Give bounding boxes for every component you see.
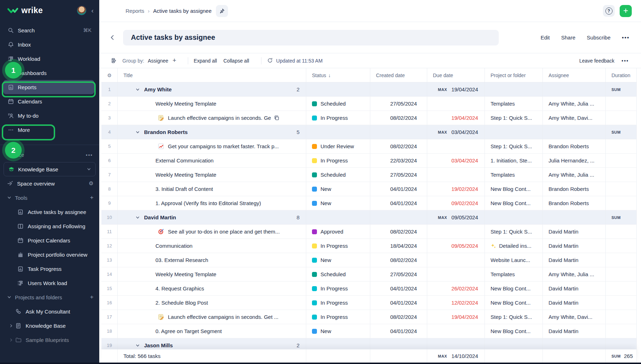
status-cell[interactable]: Scheduled	[306, 168, 370, 182]
assignee-cell[interactable]: Brandon Roberts	[543, 196, 606, 210]
assignee-cell[interactable]: David Martin	[543, 324, 606, 338]
sidebar-item-inbox[interactable]: Inbox	[0, 37, 99, 52]
sidebar-collapse-icon[interactable]: ‹	[90, 6, 95, 15]
status-cell[interactable]: In Progress	[306, 310, 370, 324]
task-title[interactable]: Get your campaigns to market faster. Tra…	[118, 143, 279, 150]
table-row-task[interactable]: 3Launch effective campaigns in seconds. …	[101, 111, 637, 125]
project-cell[interactable]: Templates	[485, 267, 543, 281]
project-cell[interactable]: New Blog Cont...	[485, 324, 543, 338]
project-cell[interactable]: Detailed ins...	[485, 239, 543, 253]
help-button[interactable]: ?	[603, 5, 615, 17]
task-title[interactable]: Weekly Meeting Template	[118, 172, 216, 178]
projects-section-header[interactable]: Projects and folders +	[0, 290, 99, 304]
task-title[interactable]: 2. Schedule Blog Post	[118, 300, 208, 306]
status-cell[interactable]: In Progress	[306, 154, 370, 167]
table-row-task[interactable]: 180. Agree on Target SegmentNew04/01/202…	[101, 324, 637, 338]
chevron-down-icon[interactable]	[136, 87, 140, 92]
status-cell[interactable]: Approved	[306, 225, 370, 239]
sidebar-project-knowledge-base[interactable]: Knowledge Base	[0, 318, 99, 333]
status-cell[interactable]: In Progress	[306, 111, 370, 125]
subscribe-button[interactable]: Subscribe	[587, 34, 611, 41]
assignee-cell[interactable]: David Martin	[543, 225, 606, 239]
collapse-all-button[interactable]: Collapse all	[223, 58, 249, 64]
assignee-cell[interactable]: David Martin	[543, 282, 606, 295]
project-cell[interactable]: Step 1: Quick S...	[485, 225, 543, 239]
status-cell[interactable]: Scheduled	[306, 97, 370, 111]
task-title[interactable]: 1. Approval (Verify fits into Editorial …	[118, 200, 261, 206]
status-cell[interactable]: Under Review	[306, 139, 370, 153]
assignee-cell[interactable]: David Martin	[543, 253, 606, 267]
table-row-task[interactable]: 91. Approval (Verify fits into Editorial…	[101, 196, 637, 210]
assignee-cell[interactable]: David Martin	[543, 239, 606, 253]
add-project-icon[interactable]: +	[90, 294, 94, 301]
tools-section-header[interactable]: Tools +	[0, 191, 99, 205]
project-cell[interactable]: New Blog Cont...	[485, 296, 543, 310]
edit-button[interactable]: Edit	[541, 34, 550, 41]
column-header-status[interactable]: Status↓	[306, 68, 370, 82]
breadcrumb-reports[interactable]: Reports	[126, 8, 144, 14]
table-row-task[interactable]: 154. Request GraphicsIn Progress04/01/20…	[101, 282, 637, 296]
status-cell[interactable]: Scheduled	[306, 267, 370, 281]
project-cell[interactable]: Website Launc...	[485, 253, 543, 267]
assignee-cell[interactable]: Amy White, Julia ...	[543, 97, 606, 111]
wrike-logo[interactable]: wrike	[7, 6, 77, 15]
sidebar-item-reports[interactable]: Reports	[3, 80, 94, 94]
task-title[interactable]: 03. External Research	[118, 257, 208, 263]
toolbar-more-icon[interactable]: •••	[621, 58, 629, 64]
table-row-task[interactable]: 17Launch effective campaigns in seconds.…	[101, 310, 637, 324]
add-tool-icon[interactable]: +	[90, 194, 94, 201]
table-row-task[interactable]: 14Weekly Meeting TemplateScheduled27/05/…	[101, 267, 637, 282]
sidebar-item-calendars[interactable]: Calendars	[0, 94, 99, 108]
table-row-task[interactable]: 2Weekly Meeting TemplateScheduled27/05/2…	[101, 97, 637, 111]
column-settings-cell[interactable]: ⚙	[101, 68, 118, 82]
task-title[interactable]: Weekly Meeting Template	[118, 101, 216, 107]
column-header-due[interactable]: Due date	[427, 68, 485, 82]
copy-icon[interactable]	[274, 115, 280, 121]
project-cell[interactable]: Templates	[485, 168, 543, 182]
assignee-cell[interactable]: Brandon Roberts	[543, 139, 606, 153]
table-row-task[interactable]: 12CommunicationIn Progress18/04/202409/0…	[101, 239, 637, 253]
assignee-cell[interactable]: Amy White, Davi...	[543, 111, 606, 125]
gear-icon[interactable]: ⚙	[89, 180, 94, 187]
task-title[interactable]: 4. Request Graphics	[118, 285, 204, 291]
table-row-task[interactable]: 11See all your to-dos in one place and g…	[101, 225, 637, 239]
space-menu-icon[interactable]: •••	[86, 152, 93, 158]
assignee-cell[interactable]: Amy White, Julia ...	[543, 267, 606, 281]
column-header-project[interactable]: Project or folder	[485, 68, 543, 82]
more-actions-icon[interactable]: •••	[622, 34, 630, 41]
project-cell[interactable]: Templates	[485, 97, 543, 111]
sidebar-tool-users-workload[interactable]: Users Work load	[0, 276, 99, 290]
add-grouping-icon[interactable]: +	[173, 57, 176, 64]
status-cell[interactable]: New	[306, 324, 370, 338]
column-header-duration[interactable]: Duration	[606, 68, 637, 82]
table-row-task[interactable]: 6External CommunicationIn Progress22/03/…	[101, 154, 637, 168]
column-header-assignee[interactable]: Assignee	[543, 68, 606, 82]
table-row-task[interactable]: 5Get your campaigns to market faster. Tr…	[101, 139, 637, 154]
space-selector[interactable]: Knowledge Base	[4, 162, 96, 176]
table-row-group[interactable]: 1Amy White2MAX19/04/2024SUM	[101, 82, 637, 97]
group-by-value[interactable]: Assignee	[148, 58, 168, 64]
task-title[interactable]: Launch effective campaigns in seconds. G…	[118, 314, 279, 321]
assignee-cell[interactable]: David Martin	[543, 296, 606, 310]
project-cell[interactable]: Step 1: Quick S...	[485, 111, 543, 125]
sidebar-item-more[interactable]: More	[0, 123, 99, 137]
chevron-down-icon[interactable]	[136, 343, 140, 348]
table-row-task[interactable]: 1303. External ResearchNew08/02/2024Webs…	[101, 253, 637, 267]
table-row-task[interactable]: 7Weekly Meeting TemplateScheduled27/05/2…	[101, 168, 637, 182]
project-cell[interactable]: Step 1: Quick S...	[485, 139, 543, 153]
user-avatar[interactable]	[77, 6, 86, 15]
chevron-down-icon[interactable]	[136, 215, 140, 220]
status-cell[interactable]: New	[306, 182, 370, 196]
sidebar-tool-portfolio[interactable]: Project portfolio overview	[0, 247, 99, 262]
sidebar-item-search[interactable]: Search ⌘K	[0, 23, 99, 37]
table-row-group[interactable]: 4Brandon Roberts5MAX03/04/2024SUM	[101, 125, 637, 139]
task-title[interactable]: Weekly Meeting Template	[118, 271, 216, 277]
task-title[interactable]: 0. Agree on Target Segment	[118, 328, 222, 334]
status-cell[interactable]: New	[306, 253, 370, 267]
sidebar-project-sample-blueprints[interactable]: Sample Blueprints	[0, 333, 99, 347]
sidebar-tool-task-progress[interactable]: Task Progress	[0, 262, 99, 276]
report-title-input[interactable]: Active tasks by assignee	[123, 30, 499, 46]
sidebar-tool-assigning[interactable]: Assigning and Following	[0, 219, 99, 233]
task-title[interactable]: Launch effective campaigns in seconds. G…	[118, 114, 280, 122]
project-cell[interactable]: 1. Initiation, Ste...	[485, 154, 543, 167]
